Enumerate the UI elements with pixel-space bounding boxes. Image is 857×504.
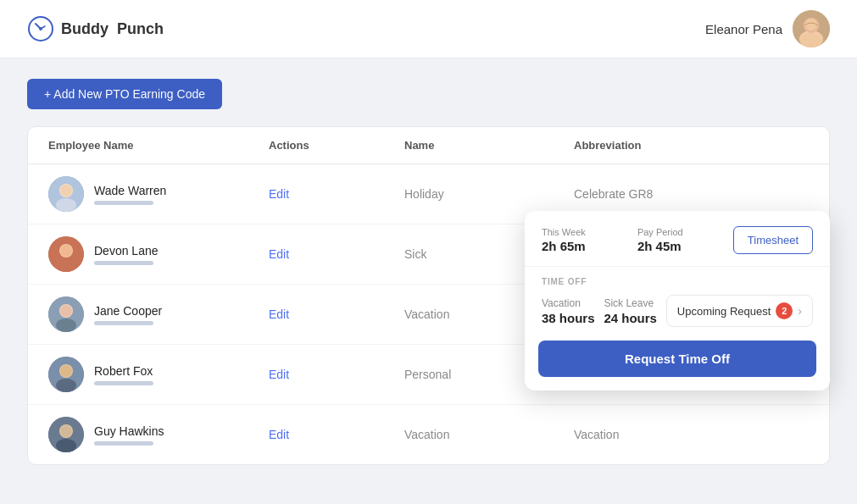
- chevron-right-icon: ›: [798, 304, 802, 318]
- logo-icon: [27, 15, 54, 42]
- timesheet-button[interactable]: Timesheet: [733, 226, 813, 254]
- emp-name-jane: Jane Cooper: [94, 304, 162, 318]
- action-jane[interactable]: Edit: [269, 307, 404, 322]
- emp-bar-wade: [94, 201, 153, 205]
- sick-leave-value: 24 hours: [604, 311, 665, 325]
- request-time-off-button[interactable]: Request Time Off: [538, 341, 816, 377]
- logo-punch: Punch: [117, 20, 164, 37]
- col-name: Name: [404, 139, 574, 152]
- this-week-label: This Week: [542, 227, 637, 237]
- emp-name-robert: Robert Fox: [94, 364, 153, 378]
- svg-point-16: [56, 258, 76, 272]
- svg-point-29: [60, 425, 72, 437]
- add-pto-button[interactable]: + Add New PTO Earning Code: [27, 79, 222, 109]
- svg-point-12: [56, 198, 76, 212]
- popup-card: This Week 2h 65m Pay Period 2h 45m Times…: [525, 211, 830, 390]
- emp-bar-jane: [94, 321, 153, 325]
- employee-cell: Devon Lane: [48, 236, 269, 272]
- logo-text: Buddy Punch: [61, 20, 164, 38]
- emp-bar-robert: [94, 381, 153, 385]
- emp-bar-guy: [94, 441, 153, 446]
- col-abbreviation: Abbreviation: [574, 139, 809, 152]
- main-content: + Add New PTO Earning Code Employee Name…: [0, 58, 857, 504]
- avatar-devon: [48, 236, 84, 272]
- employee-cell: Wade Warren: [48, 176, 269, 212]
- pay-period-value: 2h 45m: [637, 239, 733, 253]
- emp-bar-devon: [94, 261, 153, 265]
- this-week-value: 2h 65m: [542, 239, 637, 253]
- upcoming-badge: 2: [776, 302, 793, 319]
- svg-point-20: [56, 318, 76, 332]
- table-row: Guy Hawkins Edit Vacation Vacation: [28, 405, 829, 464]
- emp-info-jane: Jane Cooper: [94, 304, 162, 325]
- action-robert[interactable]: Edit: [269, 367, 404, 382]
- upcoming-request-button[interactable]: Upcoming Request 2 ›: [666, 295, 813, 327]
- time-off-row: Vacation 38 hours Sick Leave 24 hours Up…: [542, 295, 813, 327]
- pto-name-guy: Vacation: [404, 428, 574, 441]
- table-header: Employee Name Actions Name Abbreviation: [28, 127, 829, 164]
- col-employee-name: Employee Name: [48, 139, 269, 152]
- edit-link-guy[interactable]: Edit: [269, 428, 289, 441]
- svg-point-28: [56, 439, 76, 452]
- sick-leave-label: Sick Leave: [604, 297, 665, 309]
- emp-info-devon: Devon Lane: [94, 244, 159, 265]
- upcoming-btn-label: Upcoming Request: [677, 305, 771, 318]
- time-off-label: TIME OFF: [542, 277, 813, 286]
- edit-link-robert[interactable]: Edit: [269, 368, 289, 381]
- svg-line-2: [36, 24, 41, 29]
- avatar-robert: [48, 357, 84, 392]
- popup-stat-week: This Week 2h 65m: [542, 227, 637, 253]
- action-wade[interactable]: Edit: [269, 186, 404, 202]
- logo: Buddy Punch: [27, 15, 164, 42]
- vacation-item: Vacation 38 hours: [542, 297, 604, 325]
- popup-stats-row: This Week 2h 65m Pay Period 2h 45m Times…: [542, 226, 813, 254]
- avatar: [793, 10, 830, 47]
- avatar-jane: [48, 296, 84, 332]
- edit-link-jane[interactable]: Edit: [269, 307, 289, 321]
- svg-point-17: [60, 245, 72, 257]
- action-devon[interactable]: Edit: [269, 246, 404, 262]
- logo-buddy: Buddy: [61, 20, 109, 37]
- pay-period-label: Pay Period: [637, 227, 733, 237]
- user-name: Eleanor Pena: [705, 22, 782, 36]
- vacation-label: Vacation: [542, 297, 604, 309]
- svg-point-13: [60, 185, 72, 197]
- col-actions: Actions: [269, 139, 404, 152]
- pto-name-wade: Holiday: [404, 187, 574, 201]
- sick-leave-item: Sick Leave 24 hours: [604, 297, 665, 325]
- popup-stat-period: Pay Period 2h 45m: [637, 227, 733, 253]
- vacation-value: 38 hours: [542, 311, 604, 325]
- popup-top: This Week 2h 65m Pay Period 2h 45m Times…: [525, 211, 830, 267]
- emp-name-wade: Wade Warren: [94, 184, 166, 197]
- action-guy[interactable]: Edit: [269, 427, 404, 442]
- header: Buddy Punch Eleanor Pena: [0, 0, 857, 58]
- svg-point-21: [60, 305, 72, 317]
- emp-info-robert: Robert Fox: [94, 364, 153, 385]
- svg-point-8: [805, 19, 817, 30]
- abbreviation-guy: Vacation: [574, 428, 809, 441]
- svg-point-25: [60, 365, 72, 377]
- abbreviation-wade: Celebrate GR8: [574, 187, 809, 201]
- user-section: Eleanor Pena: [705, 10, 830, 47]
- avatar-wade: [48, 176, 84, 212]
- emp-info-guy: Guy Hawkins: [94, 424, 164, 446]
- emp-name-guy: Guy Hawkins: [94, 424, 164, 438]
- employee-cell: Guy Hawkins: [48, 417, 269, 452]
- time-off-section: TIME OFF Vacation 38 hours Sick Leave 24…: [525, 267, 830, 341]
- avatar-guy: [48, 417, 84, 452]
- edit-link-wade[interactable]: Edit: [269, 187, 289, 201]
- employee-cell: Robert Fox: [48, 357, 269, 392]
- emp-info-wade: Wade Warren: [94, 184, 166, 205]
- employee-cell: Jane Cooper: [48, 296, 269, 332]
- edit-link-devon[interactable]: Edit: [269, 247, 289, 261]
- emp-name-devon: Devon Lane: [94, 244, 159, 258]
- svg-point-24: [56, 379, 76, 392]
